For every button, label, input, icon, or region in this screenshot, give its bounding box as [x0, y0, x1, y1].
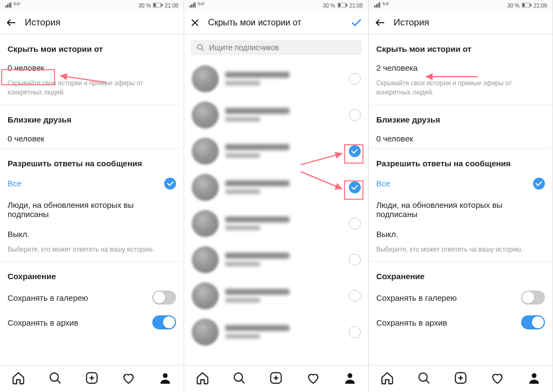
nav-search-icon[interactable]	[232, 371, 246, 387]
avatar	[192, 246, 219, 273]
hide-story-count-row[interactable]: 0 человек	[0, 58, 184, 78]
reply-option-all[interactable]: Все	[369, 172, 552, 195]
follower-row[interactable]	[184, 169, 368, 205]
save-gallery-row[interactable]: Сохранять в галерею	[0, 285, 184, 310]
save-heading: Сохранение	[0, 262, 184, 285]
nav-profile-icon[interactable]	[527, 371, 541, 387]
nav-home-icon[interactable]	[11, 371, 25, 387]
select-radio-checked[interactable]	[349, 181, 361, 193]
header: Скрыть мои истории от	[184, 11, 368, 35]
clock-text: 21:08	[165, 3, 178, 9]
nav-activity-icon[interactable]	[490, 371, 504, 387]
nav-home-icon[interactable]	[380, 371, 394, 387]
save-archive-label: Сохранять в архив	[8, 318, 78, 327]
follower-row[interactable]	[184, 133, 368, 169]
select-radio[interactable]	[349, 326, 361, 338]
svg-rect-15	[338, 3, 340, 6]
svg-rect-1	[7, 4, 8, 8]
content	[184, 35, 368, 365]
hide-story-caption: Скрывайте свои истории и прямые эфиры от…	[369, 78, 552, 105]
hide-story-count-row[interactable]: 2 человека	[369, 58, 552, 78]
svg-point-28	[419, 373, 427, 381]
nav-home-icon[interactable]	[195, 371, 210, 387]
save-gallery-row[interactable]: Сохранять в галерею	[369, 285, 552, 310]
nav-activity-icon[interactable]	[306, 371, 320, 387]
select-radio[interactable]	[349, 73, 361, 85]
save-gallery-toggle[interactable]	[521, 290, 545, 305]
reply-option-following[interactable]: Люди, на обновления которых вы подписаны	[369, 195, 552, 224]
save-archive-row[interactable]: Сохранять в архив	[369, 310, 552, 335]
save-gallery-label: Сохранять в галерею	[376, 293, 457, 302]
follower-row[interactable]	[184, 314, 368, 350]
save-archive-toggle[interactable]	[152, 315, 176, 329]
follower-name	[225, 325, 342, 339]
svg-rect-13	[194, 2, 195, 8]
close-icon[interactable]	[190, 17, 200, 28]
save-archive-label: Сохранять в архив	[376, 318, 447, 327]
save-archive-toggle[interactable]	[521, 315, 545, 329]
follower-row[interactable]	[184, 205, 368, 241]
svg-rect-24	[379, 2, 380, 8]
content: Скрыть мои истории от 2 человека Скрывай…	[369, 35, 552, 365]
reply-option-off[interactable]: Выкл.	[369, 224, 552, 244]
hide-story-caption: Скрывайте свои истории и прямые эфиры от…	[0, 78, 184, 105]
back-arrow-icon[interactable]	[5, 17, 17, 29]
screen-story-settings-before: 30 % 21:08 История Скрыть мои истории от…	[0, 0, 184, 392]
radio-selected-icon[interactable]	[533, 178, 545, 190]
nav-profile-icon[interactable]	[158, 371, 172, 387]
avatar	[192, 210, 219, 237]
signal-icon	[374, 2, 389, 9]
close-friends-heading: Близкие друзья	[369, 105, 552, 129]
select-radio[interactable]	[349, 254, 361, 266]
svg-rect-16	[346, 4, 347, 6]
reply-heading: Разрешить ответы на сообщения	[0, 149, 184, 172]
svg-rect-3	[10, 2, 11, 8]
nav-activity-icon[interactable]	[122, 371, 136, 387]
select-radio[interactable]	[349, 218, 361, 229]
nav-search-icon[interactable]	[48, 371, 62, 387]
svg-rect-12	[193, 3, 194, 8]
svg-rect-26	[522, 3, 524, 6]
nav-add-icon[interactable]	[269, 371, 283, 387]
svg-point-20	[347, 373, 352, 378]
reply-option-off[interactable]: Выкл.	[0, 224, 184, 244]
svg-rect-0	[5, 5, 6, 8]
follower-row[interactable]	[184, 60, 368, 97]
svg-rect-10	[190, 5, 191, 8]
search-input[interactable]	[209, 43, 356, 52]
follower-row[interactable]	[184, 97, 368, 133]
select-radio-checked[interactable]	[349, 145, 361, 157]
nav-profile-icon[interactable]	[343, 371, 357, 387]
hide-story-heading: Скрыть мои истории от	[369, 35, 552, 58]
select-radio[interactable]	[349, 109, 361, 121]
battery-percent: 30 %	[139, 3, 151, 9]
content: Скрыть мои истории от 0 человек Скрывайт…	[0, 35, 184, 365]
select-radio[interactable]	[349, 290, 361, 302]
close-friends-count: 0 человек	[8, 134, 44, 143]
page-title: Скрыть мои истории от	[208, 18, 301, 28]
follower-name	[225, 289, 342, 302]
nav-add-icon[interactable]	[454, 371, 468, 387]
close-friends-count-row[interactable]: 0 человек	[0, 129, 184, 148]
follower-row[interactable]	[184, 241, 368, 278]
save-archive-row[interactable]: Сохранять в архив	[0, 310, 184, 335]
reply-option-following[interactable]: Люди, на обновления которых вы подписаны	[0, 195, 184, 224]
back-arrow-icon[interactable]	[374, 17, 386, 29]
close-friends-count-row[interactable]: 0 человек	[369, 129, 552, 148]
battery-percent: 30 %	[507, 3, 520, 9]
nav-add-icon[interactable]	[85, 371, 99, 387]
follower-row[interactable]	[184, 278, 368, 314]
status-bar: 30 % 21:08	[369, 0, 552, 11]
save-gallery-toggle[interactable]	[152, 290, 176, 305]
search-field[interactable]	[191, 40, 361, 55]
svg-point-9	[163, 373, 168, 378]
follower-name	[225, 144, 342, 158]
reply-option-all[interactable]: Все	[0, 172, 184, 195]
nav-search-icon[interactable]	[417, 371, 431, 387]
bottom-nav	[184, 365, 368, 392]
svg-rect-11	[191, 4, 192, 8]
done-check-icon[interactable]	[350, 16, 363, 29]
radio-selected-icon[interactable]	[164, 178, 176, 190]
follower-name	[225, 72, 342, 85]
page-title: История	[394, 17, 429, 28]
